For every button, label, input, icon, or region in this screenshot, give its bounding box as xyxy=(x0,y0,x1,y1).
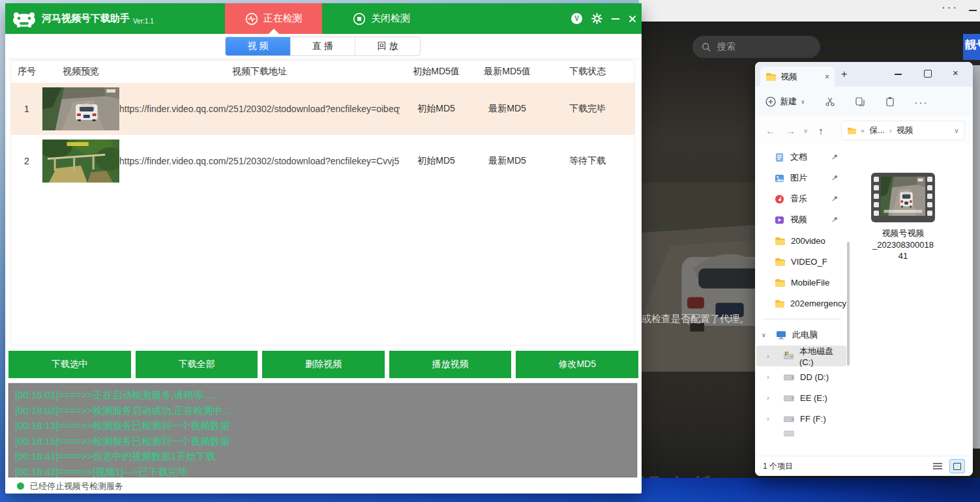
modify-md5-button[interactable]: 修改MD5 xyxy=(516,351,638,378)
app-window-controls: V xyxy=(571,3,636,34)
app-minimize-icon[interactable] xyxy=(612,18,619,20)
shield-v-icon[interactable]: V xyxy=(571,13,582,24)
drive-icon xyxy=(784,392,794,403)
pin-icon xyxy=(831,174,839,181)
expander-closed-icon[interactable]: › xyxy=(767,373,769,381)
forward-icon[interactable]: → xyxy=(786,125,795,136)
log-line: [00:18:42]====>>[视频1]—>已下载完毕 xyxy=(15,464,631,478)
more-menu-icon[interactable]: ··· xyxy=(942,1,958,14)
play-video-button[interactable]: 播放视频 xyxy=(389,351,512,378)
expander-closed-icon[interactable]: › xyxy=(767,394,769,402)
list-view-icon[interactable] xyxy=(932,462,943,473)
new-item-button[interactable]: 新建 ∨ xyxy=(765,96,805,108)
tab-live[interactable]: 直 播 xyxy=(291,37,356,55)
video-thumbnail-forest xyxy=(42,140,119,183)
gear-icon[interactable] xyxy=(591,13,602,24)
sidebar-label: 图片 xyxy=(790,172,807,184)
video-file-tile[interactable]: 视频号视频 _202308300018 41 xyxy=(862,173,944,262)
drive-icon xyxy=(784,429,794,437)
pulse-icon xyxy=(245,12,258,25)
expander-closed-icon[interactable]: › xyxy=(767,415,769,422)
log-panel: [00:18:01]====>>正在启动检测服务,请稍等..... [00:18… xyxy=(8,383,637,477)
sidebar-item-drive-d[interactable]: › DD (D:) xyxy=(756,366,846,387)
download-selected-button[interactable]: 下载选中 xyxy=(8,351,131,378)
up-icon[interactable]: ↑ xyxy=(818,125,824,136)
row-index: 1 xyxy=(11,104,42,114)
sidebar-label: 视频 xyxy=(790,214,807,226)
expander-open-icon[interactable]: ∨ xyxy=(762,332,766,338)
explorer-tab[interactable]: 视频 × xyxy=(760,66,835,87)
copy-button[interactable] xyxy=(855,96,865,107)
new-tab-button[interactable]: + xyxy=(841,68,847,80)
tab-video[interactable]: 视 频 xyxy=(226,37,291,55)
video-thumbnail-road-car xyxy=(42,87,119,130)
pin-icon xyxy=(831,216,839,223)
row-url: https://finder.video.qq.com/251/20302/st… xyxy=(119,156,400,166)
thumbnail-view-icon[interactable] xyxy=(949,459,965,473)
explorer-maximize-icon[interactable] xyxy=(924,70,932,78)
paste-button[interactable] xyxy=(885,96,895,107)
expander-closed-icon[interactable]: › xyxy=(767,352,769,360)
cut-button[interactable] xyxy=(825,96,835,107)
close-detect-button[interactable]: 关闭检测 xyxy=(333,3,430,34)
row-md5-init: 初始MD5 xyxy=(400,103,473,115)
desktop: 或检查是否配置了代理。 没有搜 ··· 搜索 靓号 河马 xyxy=(0,0,980,502)
tab-close-icon[interactable]: × xyxy=(825,72,829,81)
sidebar-item-pictures[interactable]: 图片 xyxy=(756,168,846,188)
sidebar-item-folder[interactable]: 202emergency xyxy=(756,293,846,314)
back-icon[interactable]: ← xyxy=(765,125,775,136)
explorer-statusbar: 1 个项目 xyxy=(755,456,973,476)
address-dropdown-icon[interactable]: ∨ xyxy=(954,126,959,135)
stop-icon xyxy=(353,12,366,25)
app-title: 河马视频号下载助手 xyxy=(42,12,130,25)
app-statusbar: 已经停止视频号检测服务 xyxy=(5,479,642,494)
header-url: 视频下载地址 xyxy=(119,66,400,78)
history-chevron-icon[interactable]: ∨ xyxy=(803,127,808,134)
breadcrumb-current[interactable]: 视频 xyxy=(897,125,913,136)
sidebar-item-this-pc[interactable]: ∨ 此电脑 xyxy=(756,325,846,346)
sidebar-item-videos[interactable]: 视频 xyxy=(756,209,846,230)
sidebar-item-documents[interactable]: 文档 xyxy=(756,147,846,168)
minimize-icon[interactable] xyxy=(969,10,977,11)
background-search-bar[interactable]: 搜索 xyxy=(692,36,820,58)
explorer-close-icon[interactable]: × xyxy=(953,67,958,78)
detecting-notch xyxy=(269,29,279,34)
breadcrumb-overflow-icon[interactable]: « xyxy=(861,126,865,134)
breadcrumb-separator: › xyxy=(889,126,892,134)
explorer-tab-label: 视频 xyxy=(780,71,820,83)
sidebar-item-folder[interactable]: MobileFile xyxy=(756,272,846,293)
table-row[interactable]: 2 https://finder.video.qq.com/251/20302/… xyxy=(11,135,634,187)
file-name-line: 41 xyxy=(862,250,944,262)
header-preview: 视频预览 xyxy=(42,66,119,78)
sidebar-item-drive-f[interactable]: › FF (F:) xyxy=(756,408,846,429)
chevron-down-icon: ∨ xyxy=(801,98,805,105)
background-dim-text: 没有搜 xyxy=(639,471,719,478)
sidebar-item-partial[interactable] xyxy=(756,429,846,437)
sidebar-item-folder[interactable]: VIDEO_F xyxy=(756,251,846,272)
sidebar-scrollbar[interactable] xyxy=(847,242,850,366)
sidebar-item-drive-e[interactable]: › EE (E:) xyxy=(756,387,846,408)
more-options-button[interactable]: ··· xyxy=(915,96,928,108)
scissors-icon xyxy=(825,96,835,107)
drive-icon xyxy=(784,413,794,424)
tab-playback[interactable]: 回 放 xyxy=(355,37,420,55)
music-icon xyxy=(775,194,784,204)
mode-tabs: 视 频 直 播 回 放 xyxy=(225,37,421,56)
delete-video-button[interactable]: 删除视频 xyxy=(262,351,385,378)
app-close-icon[interactable] xyxy=(629,15,636,23)
address-bar[interactable]: « 保... › 视频 ∨ xyxy=(841,121,965,140)
explorer-minimize-icon[interactable] xyxy=(895,74,902,75)
table-row[interactable]: 1 https://finder.video.qq.com/251/20302/… xyxy=(11,83,634,135)
close-detect-button-label: 关闭检测 xyxy=(371,12,410,25)
download-all-button[interactable]: 下载全部 xyxy=(136,351,258,378)
pictures-icon xyxy=(775,173,784,183)
header-index: 序号 xyxy=(11,66,42,78)
sidebar-item-music[interactable]: 音乐 xyxy=(756,188,846,209)
folder-icon xyxy=(847,127,856,134)
breadcrumb-root[interactable]: 保... xyxy=(869,125,885,136)
sidebar-label: 此电脑 xyxy=(792,329,818,341)
copy-icon xyxy=(855,96,865,107)
row-status: 等待下载 xyxy=(542,155,633,167)
sidebar-item-drive-c[interactable]: › 本地磁盘 (C:) xyxy=(756,346,846,366)
sidebar-item-folder[interactable]: 200video xyxy=(756,230,846,251)
